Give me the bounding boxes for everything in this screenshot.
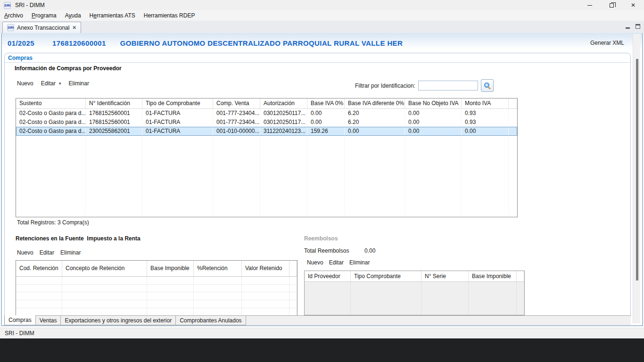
view-maximize-icon[interactable] [636, 24, 640, 29]
col-id-proveedor[interactable]: Id Proveedor [305, 271, 351, 281]
col-filler [509, 99, 517, 108]
col-concepto[interactable]: Concepto de Retención [62, 261, 147, 276]
compras-eliminar-button[interactable]: Eliminar [69, 80, 89, 87]
cell: 0.00 [307, 109, 345, 118]
retenciones-editar-button[interactable]: Editar [40, 249, 54, 256]
cell: 01-FACTURA [142, 109, 213, 118]
total-reembolsos-label: Total Reembolsos [304, 247, 349, 254]
cell: 001-777-23404... [213, 118, 260, 127]
reembolsos-title: Reembolsos [304, 235, 338, 242]
menu-herramientas-ats[interactable]: Herramientas ATS [85, 12, 140, 19]
sri-tab-icon: SRi [7, 24, 14, 31]
cell: 0.93 [462, 109, 509, 118]
col-pct-retencion[interactable]: %Retención [194, 261, 242, 276]
cell: 0.00 [307, 118, 345, 127]
tab-comprobantes-anulados[interactable]: Comprobantes Anulados [176, 316, 246, 325]
entity-name: GOBIERNO AUTONOMO DESCENTRALIZADO PARROQ… [120, 39, 403, 47]
compras-table: Sustento N° Identificación Tipo de Compr… [16, 98, 518, 217]
close-icon: ✕ [631, 2, 636, 8]
col-comp-venta[interactable]: Comp. Venta [213, 99, 260, 108]
tab-label: Anexo Transaccional [17, 25, 69, 31]
generar-xml-button[interactable]: Generar XML [590, 40, 624, 46]
col-sustento[interactable]: Sustento [16, 99, 86, 108]
filter-search-button[interactable] [481, 79, 494, 92]
col-tipo-comprobante[interactable]: Tipo de Comprobante [142, 99, 213, 108]
col-base-iva-dif[interactable]: Base IVA diferente 0% [345, 99, 405, 108]
view-buttons [626, 24, 640, 29]
table-row[interactable]: 02-Costo o Gasto para d... 1768152560001… [16, 109, 517, 118]
window-title: SRI - DIMM [15, 2, 45, 8]
app-logo-icon: SRi [4, 2, 11, 9]
minimize-button[interactable] [579, 0, 601, 10]
col-tipo-comprobante[interactable]: Tipo Comprobante [351, 271, 421, 281]
empty-row [16, 277, 297, 285]
compras-nuevo-button[interactable]: Nuevo [17, 80, 33, 87]
close-button[interactable]: ✕ [622, 0, 644, 10]
reembolsos-empty-area [305, 282, 524, 315]
retenciones-table-header: Cod. Retención Concepto de Retención Bas… [16, 261, 297, 277]
table-row-selected[interactable]: 02-Costo o Gasto para d... 2300255862001… [16, 127, 517, 136]
vertical-scrollbar[interactable] [633, 34, 640, 323]
reembolsos-eliminar-button[interactable]: Eliminar [349, 259, 370, 266]
compras-panel: Compras Información de Compras por Prove… [4, 53, 631, 323]
period-value: 01/2025 [8, 39, 34, 47]
retenciones-toolbar: Nuevo Editar Eliminar [17, 249, 81, 256]
editar-dropdown-icon[interactable]: ▾ [59, 81, 61, 86]
titlebar: SRi SRI - DIMM ✕ [0, 0, 644, 10]
cell: 1768152560001 [86, 109, 142, 118]
minimize-icon [587, 5, 592, 6]
filter-input[interactable] [418, 81, 478, 90]
cell: 0.00 [405, 118, 462, 127]
col-filler [289, 261, 297, 276]
reembolsos-table: Id Proveedor Tipo Comprobante N° Serie B… [304, 271, 525, 315]
col-filler [517, 271, 524, 281]
menubar: Archivo Programa Ayuda Herramientas ATS … [0, 10, 644, 21]
tab-exportaciones[interactable]: Exportaciones y otros ingresos del exter… [61, 316, 176, 325]
retenciones-title: Retenciones en la Fuente Impuesto a la R… [16, 235, 140, 242]
search-icon [484, 82, 489, 88]
col-autorizacion[interactable]: Autorización [260, 99, 307, 108]
cell: 0.93 [462, 118, 509, 127]
col-base-imponible[interactable]: Base Imponible [469, 271, 517, 281]
compras-toolbar: Nuevo Editar ▾ Eliminar [17, 80, 89, 87]
bottom-tab-bar: Compras Ventas Exportaciones y otros ing… [4, 315, 631, 325]
menu-archivo[interactable]: Archivo [0, 12, 27, 19]
col-serie[interactable]: N° Serie [421, 271, 469, 281]
cell: 0.00 [462, 127, 509, 136]
tab-ventas[interactable]: Ventas [36, 316, 61, 325]
col-identificacion[interactable]: N° Identificación [86, 99, 142, 108]
cell: 030120250117... [260, 109, 307, 118]
reembolsos-editar-button[interactable]: Editar [329, 259, 344, 266]
cell: 2300255862001 [86, 127, 142, 136]
menu-programa[interactable]: Programa [27, 12, 61, 19]
col-base-no-objeto[interactable]: Base No Objeto IVA [405, 99, 462, 108]
col-monto-iva[interactable]: Monto IVA [462, 99, 509, 108]
compras-editar-button[interactable]: Editar [41, 80, 56, 87]
col-base-imponible[interactable]: Base Imponible [147, 261, 194, 276]
retenciones-nuevo-button[interactable]: Nuevo [17, 249, 33, 256]
retenciones-eliminar-button[interactable]: Eliminar [60, 249, 81, 256]
reembolsos-nuevo-button[interactable]: Nuevo [307, 259, 323, 266]
section-label: Compras [8, 55, 33, 61]
empty-row [16, 300, 297, 308]
restore-icon [610, 3, 614, 8]
cell: 02-Costo o Gasto para d... [16, 109, 86, 118]
table-row[interactable]: 02-Costo o Gasto para d... 1768152560001… [16, 118, 517, 127]
tab-anexo-transaccional[interactable]: SRi Anexo Transaccional ✕ [2, 22, 81, 33]
restore-button[interactable] [601, 0, 622, 10]
cell: 02-Costo o Gasto para d... [16, 127, 86, 136]
scrollbar-thumb[interactable] [636, 59, 638, 280]
col-cod-retencion[interactable]: Cod. Retención [16, 261, 62, 276]
empty-row [16, 292, 297, 300]
table-empty-area [16, 136, 517, 217]
view-header: 01/2025 1768120600001 GOBIERNO AUTONOMO … [2, 33, 642, 53]
col-valor-retenido[interactable]: Valor Retenido [242, 261, 289, 276]
view-minimize-icon[interactable] [626, 27, 630, 29]
menu-herramientas-rdep[interactable]: Herramientas RDEP [140, 12, 199, 19]
tab-compras[interactable]: Compras [4, 315, 36, 325]
col-base-iva0[interactable]: Base IVA 0% [307, 99, 345, 108]
tab-close-icon[interactable]: ✕ [72, 25, 76, 30]
reembolsos-toolbar: Nuevo Editar Eliminar [307, 259, 370, 266]
menu-ayuda[interactable]: Ayuda [61, 12, 85, 19]
taskbar: 16° Búsqueda X W ☎ [0, 338, 644, 362]
